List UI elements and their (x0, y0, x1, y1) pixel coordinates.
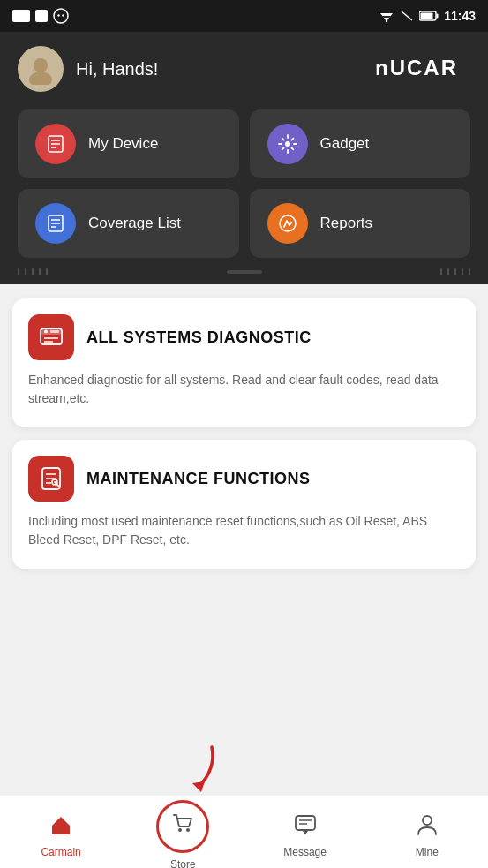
status-icon-2 (35, 10, 48, 22)
maintenance-desc: Including most used maintenance reset fu… (28, 512, 460, 549)
all-systems-desc: Enhanced diagnostic for all systems. Rea… (28, 371, 460, 408)
device-panel: Hi, Hands! nUCAR My Device (0, 32, 488, 284)
status-left-icons (12, 8, 69, 24)
store-icon (171, 811, 194, 841)
svg-line-7 (402, 11, 412, 20)
message-label: Message (283, 846, 327, 858)
coverage-list-label: Coverage List (88, 215, 181, 232)
all-systems-header: ALL SYSTEMS DIAGNOSTIC (28, 314, 460, 360)
panel-decorations (0, 268, 488, 275)
my-device-button[interactable]: My Device (18, 109, 239, 178)
arrow-indicator (168, 743, 229, 799)
wifi-icon (379, 10, 394, 22)
status-bar: 11:43 (0, 0, 488, 32)
header-row: Hi, Hands! nUCAR (18, 46, 470, 92)
svg-point-11 (34, 58, 48, 72)
nav-store[interactable]: Store (122, 795, 244, 869)
maintenance-card[interactable]: MAINTENANCE FUNCTIONS Including most use… (12, 440, 476, 569)
message-icon (293, 811, 318, 842)
svg-point-2 (62, 14, 64, 16)
carmain-icon (49, 811, 73, 842)
gadget-label: Gadget (320, 135, 370, 153)
gadget-button[interactable]: Gadget (250, 109, 471, 178)
svg-point-1 (57, 14, 59, 16)
nav-mine[interactable]: Mine (366, 806, 488, 858)
carmain-label: Carmain (41, 846, 80, 858)
bottom-nav: Carmain Store Message (0, 796, 488, 868)
maintenance-icon (28, 456, 74, 502)
maintenance-title: MAINTENANCE FUNCTIONS (86, 470, 311, 488)
svg-point-27 (44, 330, 48, 334)
battery-icon (419, 11, 439, 21)
svg-rect-10 (437, 14, 439, 19)
svg-point-12 (29, 72, 52, 85)
svg-rect-28 (50, 330, 59, 333)
store-cart-highlight (156, 800, 209, 853)
status-right-icons: 11:43 (379, 9, 476, 23)
svg-rect-9 (421, 13, 433, 19)
svg-point-38 (178, 828, 182, 832)
svg-marker-36 (192, 781, 205, 792)
svg-point-24 (289, 222, 291, 223)
user-info: Hi, Hands! (18, 46, 158, 92)
reports-label: Reports (320, 215, 373, 232)
coverage-list-icon (35, 203, 76, 244)
cards-section: ALL SYSTEMS DIAGNOSTIC Enhanced diagnost… (0, 284, 488, 569)
mine-icon (415, 811, 439, 842)
nav-carmain[interactable]: Carmain (0, 806, 122, 858)
clock: 11:43 (444, 9, 476, 23)
all-systems-card[interactable]: ALL SYSTEMS DIAGNOSTIC Enhanced diagnost… (12, 298, 476, 427)
svg-point-6 (386, 20, 387, 22)
brand-logo: nUCAR (373, 52, 470, 87)
svg-text:nUCAR: nUCAR (375, 56, 458, 79)
svg-point-43 (423, 816, 432, 825)
signal-icon (400, 10, 414, 22)
svg-point-39 (186, 828, 190, 832)
all-systems-title: ALL SYSTEMS DIAGNOSTIC (86, 328, 312, 347)
svg-point-0 (54, 9, 68, 23)
status-icon-1 (12, 10, 30, 22)
svg-rect-40 (296, 816, 315, 830)
nav-message[interactable]: Message (244, 806, 366, 858)
reports-icon (267, 203, 308, 244)
reports-button[interactable]: Reports (250, 189, 471, 258)
maintenance-header: MAINTENANCE FUNCTIONS (28, 456, 460, 502)
store-label: Store (170, 858, 196, 869)
greeting-text: Hi, Hands! (76, 59, 158, 79)
svg-point-18 (285, 141, 290, 147)
coverage-list-button[interactable]: Coverage List (18, 189, 239, 258)
mine-label: Mine (416, 846, 439, 858)
my-device-icon (35, 124, 76, 164)
grid-buttons: My Device Gadget Coverage List (18, 109, 470, 258)
avatar (18, 46, 64, 92)
all-systems-icon (28, 314, 74, 360)
wechat-icon (53, 8, 69, 24)
my-device-label: My Device (88, 135, 158, 153)
gadget-icon (267, 124, 308, 164)
svg-rect-37 (57, 827, 64, 834)
